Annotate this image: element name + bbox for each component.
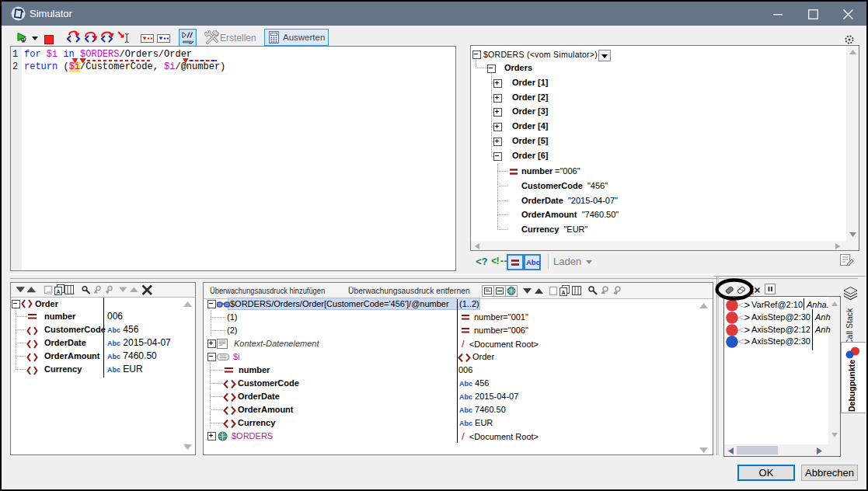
svg-text:A: A	[57, 289, 61, 294]
svg-text:A: A	[562, 290, 566, 295]
